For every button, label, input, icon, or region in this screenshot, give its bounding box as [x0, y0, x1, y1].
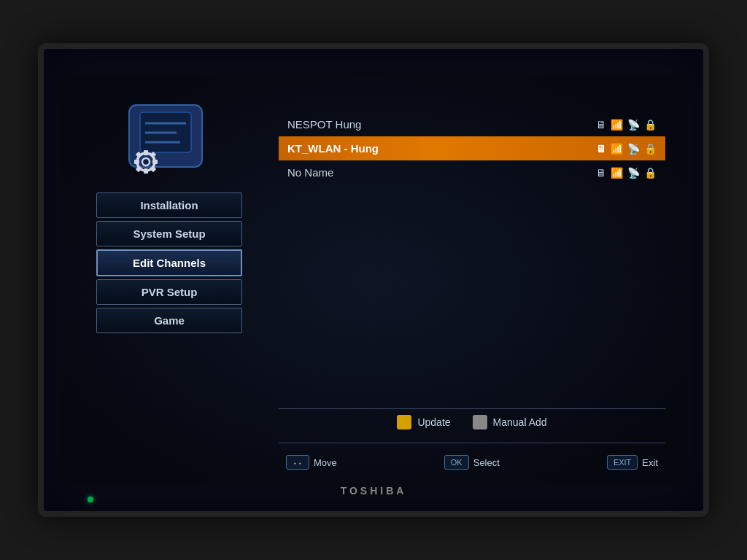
bottom-actions: Update Manual Add [279, 415, 665, 429]
right-panel: NESPOT Hung 🖥 📶 📡 🔒 KT_WLAN - Hung 🖥 📶 [264, 76, 687, 484]
network-item-nespot[interactable]: NESPOT Hung 🖥 📶 📡 🔒 [279, 112, 665, 136]
manual-add-icon [473, 415, 487, 429]
left-panel: Installation System Setup Edit Channels … [60, 76, 264, 484]
screen: Installation System Setup Edit Channels … [60, 76, 687, 484]
menu-item-pvr-setup[interactable]: PVR Setup [96, 279, 242, 305]
network-item-kt-wlan[interactable]: KT_WLAN - Hung 🖥 📶 📡 🔒 [279, 136, 665, 160]
tv-frame: Installation System Setup Edit Channels … [38, 43, 709, 517]
network-name-nespot: NESPOT Hung [287, 118, 596, 131]
power-indicator [88, 497, 93, 502]
menu-item-installation[interactable]: Installation [96, 192, 242, 218]
svg-point-6 [142, 158, 150, 166]
wifi-icon-2: 📶 [611, 143, 623, 155]
lock-icon-2: 🔒 [644, 143, 657, 155]
monitor-icon-2: 🖥 [596, 143, 606, 155]
wifi-icon: 📶 [611, 119, 623, 131]
footer-select: OK Select [444, 455, 500, 470]
monitor-icon: 🖥 [596, 119, 606, 131]
move-label: Move [314, 457, 337, 468]
ok-key: OK [444, 455, 469, 470]
network-name-kt-wlan: KT_WLAN - Hung [287, 142, 596, 155]
monitor-icon-3: 🖥 [596, 167, 606, 179]
footer-move: ⬩⬩ Move [286, 455, 337, 470]
svg-rect-10 [152, 160, 158, 164]
exit-label: Exit [642, 457, 658, 468]
menu-item-edit-channels[interactable]: Edit Channels [96, 249, 242, 276]
divider-bottom [279, 443, 665, 443]
exit-key: EXIT [607, 455, 638, 470]
svg-rect-7 [144, 150, 148, 155]
network-icons-kt-wlan: 🖥 📶 📡 🔒 [596, 143, 657, 155]
divider-top [279, 408, 665, 409]
signal-icon-2: 📡 [627, 143, 640, 155]
brand-label: TOSHIBA [341, 485, 407, 497]
svg-rect-9 [134, 160, 139, 164]
menu-list: Installation System Setup Edit Channels … [96, 192, 242, 333]
wifi-icon-3: 📶 [611, 167, 623, 179]
manual-add-label: Manual Add [493, 416, 547, 428]
network-item-no-name[interactable]: No Name 🖥 📶 📡 🔒 [279, 160, 665, 184]
update-action[interactable]: Update [397, 415, 450, 429]
menu-item-game[interactable]: Game [96, 308, 242, 333]
settings-logo [122, 98, 217, 178]
network-icons-no-name: 🖥 📶 📡 🔒 [596, 167, 657, 179]
move-key: ⬩⬩ [286, 455, 309, 470]
update-icon [397, 415, 411, 429]
network-name-no-name: No Name [287, 166, 596, 179]
footer-exit: EXIT Exit [607, 455, 658, 470]
signal-icon-3: 📡 [627, 167, 640, 179]
manual-add-action[interactable]: Manual Add [473, 415, 547, 429]
signal-icon: 📡 [627, 119, 640, 131]
network-icons-nespot: 🖥 📶 📡 🔒 [596, 119, 657, 131]
menu-item-system-setup[interactable]: System Setup [96, 221, 242, 246]
update-label: Update [417, 416, 450, 428]
svg-rect-8 [144, 168, 148, 174]
network-list: NESPOT Hung 🖥 📶 📡 🔒 KT_WLAN - Hung 🖥 📶 [279, 112, 665, 402]
lock-icon-3: 🔒 [644, 167, 657, 179]
select-label: Select [473, 457, 500, 468]
lock-icon: 🔒 [644, 119, 657, 131]
footer-bar: ⬩⬩ Move OK Select EXIT Exit [279, 455, 665, 470]
